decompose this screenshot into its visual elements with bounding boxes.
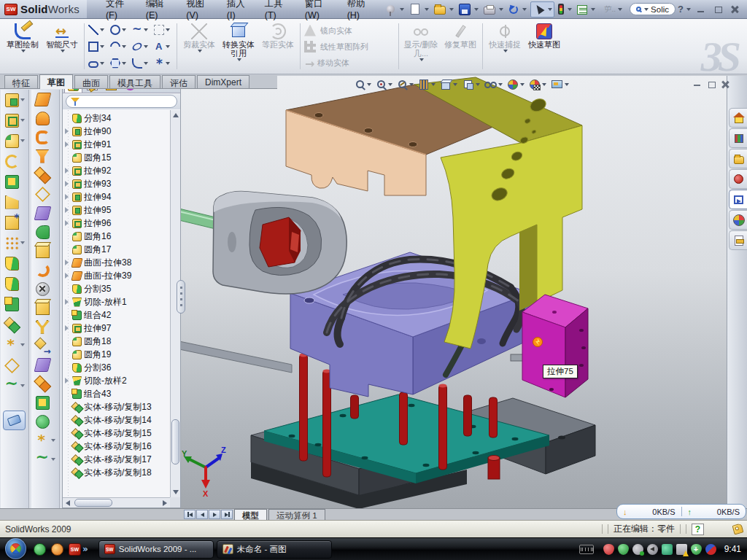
toolbar-button[interactable] <box>31 109 59 128</box>
expand-arrow-icon[interactable] <box>64 128 70 134</box>
tree-item[interactable]: 圆角16 <box>63 230 170 243</box>
tree-item[interactable]: 曲面-拉伸39 <box>63 269 170 282</box>
toolbar-button[interactable] <box>31 241 59 260</box>
toolbar-button[interactable] <box>31 222 59 241</box>
chevron-down-icon[interactable] <box>122 62 126 65</box>
toolbar-button[interactable] <box>1 233 28 253</box>
prev-tab-button[interactable] <box>196 510 208 519</box>
quick-launch-icon[interactable] <box>34 543 46 556</box>
taskbar-clock[interactable]: 9:41 <box>724 544 741 554</box>
menu-item[interactable]: 编辑(E) <box>137 0 176 23</box>
tree-item[interactable]: 曲面-拉伸38 <box>63 256 170 269</box>
chevron-down-icon[interactable] <box>20 343 25 346</box>
expand-arrow-icon[interactable] <box>64 220 70 226</box>
tree-item[interactable]: 拉伸90 <box>63 125 170 138</box>
trim-entities-button[interactable]: 剪裁实体 <box>179 20 219 72</box>
tree-item[interactable]: 圆角19 <box>63 348 170 361</box>
tray-icon[interactable] <box>676 544 687 555</box>
toolbar-button[interactable] <box>482 3 505 16</box>
chevron-down-icon[interactable] <box>520 83 525 86</box>
chevron-down-icon[interactable] <box>166 62 170 65</box>
quick-launch-icon[interactable] <box>51 543 63 556</box>
chevron-down-icon[interactable] <box>237 58 241 61</box>
chevron-down-icon[interactable] <box>367 83 371 86</box>
rapid-sketch-button[interactable]: 快速草图 <box>525 20 564 72</box>
toolbar-button[interactable] <box>433 2 455 16</box>
chevron-down-icon[interactable] <box>166 45 170 48</box>
chevron-down-icon[interactable] <box>568 8 572 11</box>
tree-item[interactable]: 分割34 <box>63 112 170 125</box>
toolbar-button[interactable] <box>457 2 480 17</box>
view-tool-button[interactable] <box>440 79 457 90</box>
expand-arrow-icon[interactable] <box>64 168 70 174</box>
toolbar-button[interactable] <box>1 335 28 355</box>
model-tab[interactable]: 模型 <box>234 509 267 520</box>
smart-dimension-button[interactable]: 智能尺寸 <box>42 20 82 72</box>
tag-icon[interactable] <box>732 524 744 535</box>
minimize-button[interactable] <box>695 4 708 15</box>
expand-arrow-icon[interactable] <box>64 181 70 187</box>
toolbar-button[interactable] <box>31 317 59 336</box>
menu-item[interactable]: 插入(I) <box>218 0 255 23</box>
toolbar-button[interactable] <box>31 203 59 222</box>
sketch-entity-button[interactable] <box>109 21 131 38</box>
tree-item[interactable]: 实体-移动/复制14 <box>63 413 170 427</box>
scrollbar-thumb[interactable] <box>74 499 112 507</box>
doc-close-button[interactable] <box>719 79 730 88</box>
view-tool-button[interactable] <box>462 78 480 90</box>
keyboard-layout-icon[interactable] <box>579 545 594 554</box>
tree-item[interactable]: 实体-移动/复制13 <box>63 400 170 413</box>
view-tool-button[interactable] <box>397 79 414 90</box>
chevron-down-icon[interactable] <box>565 83 569 86</box>
tree-item[interactable]: 拉伸97 <box>63 322 170 335</box>
sketch-entity-button[interactable] <box>109 55 131 71</box>
chevron-down-icon[interactable] <box>100 28 104 31</box>
sketch-entity-button[interactable] <box>87 38 109 55</box>
toolbar-button[interactable] <box>1 355 28 376</box>
task-pane-button[interactable] <box>729 149 747 168</box>
chevron-down-icon[interactable] <box>21 50 26 52</box>
tree-horizontal-scrollbar[interactable] <box>63 497 170 508</box>
toolbar-button[interactable] <box>1 253 28 273</box>
chevron-down-icon[interactable] <box>20 98 25 101</box>
toolbar-button[interactable] <box>507 3 528 16</box>
chevron-down-icon[interactable] <box>425 8 429 11</box>
task-button[interactable]: SolidWorks 2009 - ... <box>98 540 214 559</box>
tree-item[interactable]: 切除-放样1 <box>63 295 170 308</box>
scroll-down-icon[interactable] <box>173 490 179 494</box>
chevron-down-icon[interactable] <box>449 8 454 11</box>
command-tab[interactable]: 特征 <box>4 75 38 88</box>
menu-item[interactable]: 视图(V) <box>177 0 216 23</box>
toolbar-button[interactable] <box>31 298 59 317</box>
expand-arrow-icon[interactable] <box>64 299 70 305</box>
toolbar-button[interactable] <box>31 374 59 393</box>
part-slide-block-selected[interactable] <box>522 295 588 397</box>
tree-item[interactable]: 实体-移动/复制15 <box>63 427 170 440</box>
view-tool-button[interactable] <box>507 79 525 90</box>
linear-pattern-button[interactable]: 线性草图阵列 <box>303 39 396 54</box>
search-input[interactable]: Solic <box>630 3 676 15</box>
view-tool-button[interactable] <box>484 78 503 90</box>
toolbar-button[interactable] <box>1 151 28 171</box>
toolbar-button[interactable] <box>1 273 28 294</box>
tree-item[interactable]: 实体-移动/复制16 <box>63 440 170 453</box>
task-pane-button[interactable] <box>729 230 747 250</box>
help-dropdown-icon[interactable] <box>686 8 691 11</box>
toolbar-button[interactable] <box>1 212 28 233</box>
tree-item[interactable]: 组合43 <box>63 387 170 400</box>
toolbar-button[interactable] <box>1 192 28 212</box>
doc-restore-button[interactable] <box>705 79 716 88</box>
help-button[interactable]: ? <box>676 4 686 15</box>
toolbar-button[interactable] <box>384 2 406 16</box>
tree-item[interactable]: 组合42 <box>63 308 170 322</box>
toolbar-button[interactable] <box>31 184 59 203</box>
view-tool-button[interactable] <box>551 78 569 90</box>
expand-arrow-icon[interactable] <box>64 378 70 384</box>
chevron-down-icon[interactable] <box>51 458 55 461</box>
chevron-down-icon[interactable] <box>542 83 546 86</box>
doc-minimize-button[interactable] <box>692 79 703 88</box>
menu-item[interactable]: 工具(T) <box>256 0 295 23</box>
sketch-entity-button[interactable] <box>131 38 152 55</box>
offset-entities-button[interactable]: 等距实体 <box>258 20 298 72</box>
toolbar-button[interactable] <box>31 90 59 109</box>
